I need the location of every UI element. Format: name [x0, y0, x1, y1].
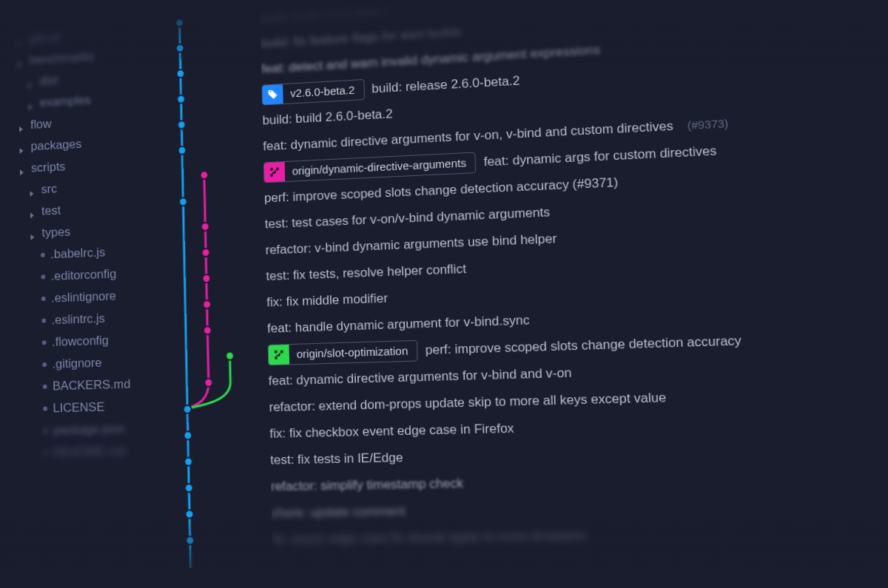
tree-item-label: packages [30, 137, 81, 154]
commit-message: fix: async edge case fix should apply to… [272, 528, 587, 547]
tree-item-label: src [41, 182, 57, 197]
chevron-right-icon [17, 57, 24, 64]
graph-node [186, 536, 194, 544]
ref-label: v2.6.0-beta.2 [283, 81, 364, 102]
chevron-right-icon [18, 165, 26, 172]
tree-item-label: .flowconfig [52, 334, 109, 350]
graph-node [184, 431, 192, 439]
file-dot-icon [42, 340, 47, 345]
graph-node [177, 70, 185, 78]
branch-icon [269, 345, 289, 365]
file-dot-icon [43, 407, 47, 411]
graph-node [204, 326, 212, 334]
tree-item-label: .babelrc.js [50, 246, 105, 263]
tree-item-label: BACKERS.md [53, 377, 130, 394]
file-dot-icon [44, 428, 48, 433]
branch-icon [264, 162, 285, 182]
commit-message: chore: update comment [272, 504, 406, 521]
graph-node [186, 510, 194, 518]
tree-item-label: package.json [53, 422, 125, 438]
graph-node [226, 351, 234, 359]
workspace: githubbenchmarksdistexamplesflowpackages… [5, 0, 888, 588]
graph-node [176, 44, 184, 52]
graph-node [185, 484, 193, 492]
tree-item-label: .gitignore [52, 356, 101, 372]
file-dot-icon [44, 450, 48, 455]
ref-label: origin/dynamic-directive-arguments [285, 154, 476, 180]
tree-item-label: LICENSE [53, 400, 104, 416]
chevron-right-icon [29, 230, 36, 237]
file-dot-icon [41, 274, 45, 279]
file-dot-icon [43, 385, 47, 389]
file-dot-icon [41, 297, 46, 301]
file-dot-icon [41, 253, 45, 257]
commit-message: build: build 2.6.0-beta.2 [260, 2, 390, 25]
tree-item[interactable]: package.json [16, 416, 175, 442]
tree-item-label: test [41, 203, 61, 219]
commit-message: fix: fix checkbox event edge case in Fir… [269, 421, 514, 442]
git-graph-svg [166, 4, 274, 588]
tree-item-label: benchmarks [30, 50, 95, 68]
chevron-right-icon [18, 143, 26, 151]
chevron-right-icon [16, 36, 23, 43]
commit-list: build: build 2.6.0-beta.2build: fix feat… [260, 0, 888, 588]
graph-node [203, 300, 211, 308]
graph-node [200, 171, 208, 179]
chevron-right-icon [27, 100, 35, 107]
commit-hash: (#9373) [687, 117, 728, 132]
commit-message: perf: improve scoped slots change detect… [425, 333, 741, 358]
graph-node [184, 458, 192, 466]
ref-label: origin/slot-optimization [289, 342, 417, 363]
tree-item-label: .eslintrc.js [52, 311, 105, 328]
commit-message: build: release 2.6.0-beta.2 [371, 73, 520, 96]
chevron-right-icon [27, 78, 34, 86]
graph-node [202, 274, 210, 283]
tree-item-label: dist [39, 73, 58, 89]
graph-node [177, 95, 185, 103]
tag-icon [263, 84, 283, 104]
graph-node [204, 379, 212, 387]
graph-node [179, 197, 187, 206]
file-dot-icon [41, 319, 46, 323]
graph-node [202, 249, 210, 257]
ref-chip[interactable]: v2.6.0-beta.2 [261, 78, 364, 105]
graph-node [178, 146, 186, 155]
chevron-right-icon [29, 186, 36, 194]
graph-node [201, 223, 209, 231]
commit-message: test: fix tests in IE/Edge [270, 450, 403, 467]
tree-item-label: scripts [31, 160, 66, 176]
commit-message: build: build 2.6.0-beta.2 [262, 107, 393, 128]
commit-message: refactor: simplify timestamp check [271, 476, 464, 494]
git-graph-column [166, 4, 274, 588]
file-dot-icon [42, 362, 47, 367]
tree-item-label: README.md [53, 444, 125, 460]
graph-node [178, 121, 186, 129]
tree-item-label: examples [40, 93, 91, 110]
commit-message: fix: fix middle modifier [266, 291, 388, 310]
graph-node [184, 405, 192, 413]
graph-node [175, 18, 184, 27]
commit-message: refactor: extend dom-props update skip t… [269, 390, 666, 415]
commit-message: feat: handle dynamic argument for v-bind… [267, 312, 530, 336]
ref-chip[interactable]: origin/slot-optimization [268, 339, 418, 365]
commit-message: feat: dynamic directive arguments for v-… [269, 365, 572, 389]
commit-message: test: fix tests, resolve helper conflict [266, 261, 466, 283]
tree-item-label: types [41, 225, 70, 240]
tree-item-label: .eslintignore [51, 289, 116, 306]
tree-item-label: github [29, 30, 61, 46]
tree-item-label: .editorconfig [51, 267, 117, 284]
file-tree-sidebar: githubbenchmarksdistexamplesflowpackages… [5, 10, 178, 588]
tree-item-label: flow [30, 117, 52, 132]
chevron-right-icon [18, 122, 25, 129]
tree-item[interactable]: README.md [16, 439, 175, 465]
chevron-right-icon [29, 208, 36, 215]
